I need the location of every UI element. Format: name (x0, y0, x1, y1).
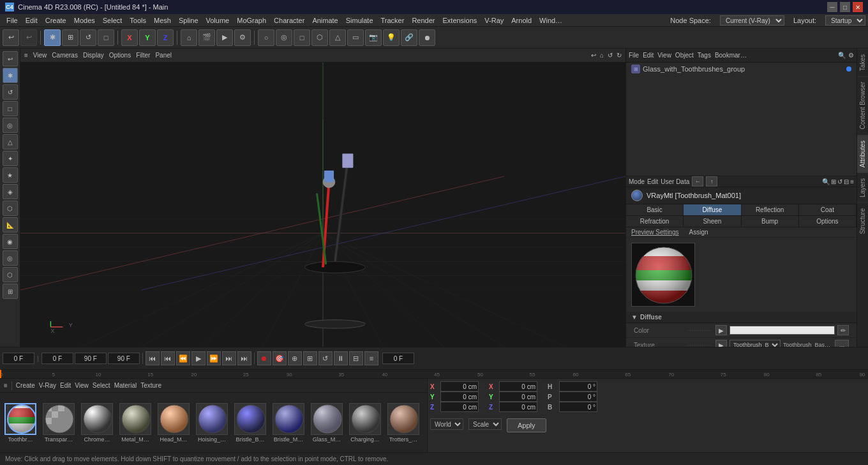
key-pause-button[interactable]: ⏸ (334, 351, 348, 365)
obj-light[interactable]: 💡 (383, 29, 400, 46)
attr-icon-5[interactable]: ≡ (850, 178, 854, 185)
vp-menu-options[interactable]: Options (109, 52, 131, 59)
obj-cube[interactable]: □ (294, 29, 310, 46)
mat-thumb-bristle-m[interactable]: Bristle_M… (271, 403, 306, 443)
obj-camera[interactable]: 📷 (365, 29, 382, 46)
obj-cone[interactable]: △ (329, 29, 346, 46)
x-axis-button[interactable]: X (121, 29, 138, 46)
sidebar-icon-12[interactable]: ◉ (3, 234, 18, 249)
mat-toggle-icon[interactable]: ≡ (4, 382, 8, 389)
window-controls[interactable]: ─ □ ✕ (827, 2, 863, 12)
pos-x-field[interactable] (440, 381, 479, 392)
keyframe-button[interactable]: ⌂ (181, 29, 197, 46)
go-to-start-button[interactable]: ⏮ (146, 351, 160, 365)
color-swatch[interactable] (730, 326, 835, 335)
mat-thumb-hoising[interactable]: Hoising_… (194, 403, 230, 443)
close-button[interactable]: ✕ (853, 2, 863, 12)
pos-y-field[interactable] (440, 392, 479, 402)
attr-menu-edit[interactable]: Edit (647, 178, 658, 185)
menu-modes[interactable]: Modes (70, 14, 99, 26)
attr-up-button[interactable]: ↑ (706, 176, 717, 187)
sidebar-icon-7[interactable]: ✦ (3, 151, 18, 166)
tab-bump[interactable]: Bump (742, 216, 799, 227)
end-frame-field[interactable] (75, 353, 107, 364)
mat-thumb-charging[interactable]: Charging… (347, 403, 383, 443)
sidebar-icon-4[interactable]: □ (3, 101, 18, 116)
diffuse-section-header[interactable]: ▼ Diffuse (626, 312, 857, 323)
render-region-button[interactable]: 🎬 (198, 29, 215, 46)
tab-options[interactable]: Options (799, 216, 857, 227)
menu-mograph[interactable]: MoGraph (233, 14, 270, 26)
node-space-select[interactable]: Current (V-Ray) (720, 15, 784, 26)
vp-menu-toggle[interactable]: ≡ (24, 52, 28, 59)
go-to-end-button[interactable]: ⏭ (237, 351, 251, 365)
obj-menu-bookmarks[interactable]: Bookmar… (715, 52, 747, 59)
z-axis-button[interactable]: Z (157, 29, 174, 46)
mat-thumb-bristle-b[interactable]: Bristle_B… (232, 403, 268, 443)
attr-icon-3[interactable]: ↺ (837, 178, 842, 185)
viewport-canvas[interactable]: Perspective Default Camera ⦿ Grid Spacin… (20, 63, 625, 347)
mat-thumb-chrome[interactable]: Chrome… (79, 403, 115, 443)
vp-menu-view[interactable]: View (33, 52, 47, 59)
menu-extensions[interactable]: Extensions (438, 14, 481, 26)
key-menu-button[interactable]: ≡ (364, 351, 378, 365)
mat-thumb-trotters[interactable]: Trotters_… (385, 403, 421, 443)
obj-plane[interactable]: ▭ (347, 29, 364, 46)
redo-button[interactable]: ↩ (20, 29, 37, 46)
obj-item-glass[interactable]: ⊞ Glass_with_Toothbrushes_group (626, 63, 857, 75)
key-rot-button[interactable]: ↺ (318, 351, 333, 365)
obj-null[interactable]: ○ (258, 29, 274, 46)
move-tool[interactable]: ✱ (44, 29, 61, 46)
menu-spline[interactable]: Spline (175, 14, 202, 26)
vp-menu-filter[interactable]: Filter (136, 52, 150, 59)
mat-menu-view[interactable]: View (75, 382, 89, 389)
menu-tracker[interactable]: Tracker (377, 14, 408, 26)
menu-wind[interactable]: Wind… (535, 14, 566, 26)
menu-arnold[interactable]: Arnold (507, 14, 535, 26)
sidebar-icon-14[interactable]: ⬡ (3, 267, 18, 282)
sidebar-icon-2[interactable]: ✱ (3, 68, 18, 83)
vp-icon-1[interactable]: ↩ (591, 52, 596, 59)
go-to-prev-key-button[interactable]: ⏮ (161, 351, 175, 365)
scale-x-field[interactable] (499, 381, 537, 392)
key-all-button[interactable]: ⊕ (288, 351, 302, 365)
tab-takes[interactable]: Takes (857, 49, 868, 76)
obj-menu-edit[interactable]: Edit (643, 52, 654, 59)
minimize-button[interactable]: ─ (827, 2, 837, 12)
attr-icon-2[interactable]: ⊞ (831, 178, 836, 185)
menu-vray[interactable]: V-Ray (481, 14, 507, 26)
tab-structure[interactable]: Structure (857, 202, 868, 240)
auto-key-button[interactable]: 🎯 (273, 351, 287, 365)
tab-reflection[interactable]: Reflection (742, 204, 799, 215)
sidebar-icon-10[interactable]: ⬡ (3, 201, 18, 216)
menu-character[interactable]: Character (270, 14, 308, 26)
tab-coat[interactable]: Coat (799, 204, 857, 215)
play-forward-button[interactable]: ⏩ (207, 351, 221, 365)
attr-menu-userdata[interactable]: User Data (661, 178, 689, 185)
record-active-button[interactable]: ⏺ (257, 351, 271, 365)
pos-z-field[interactable] (440, 402, 479, 412)
current-frame-field[interactable] (3, 353, 34, 364)
sidebar-icon-9[interactable]: ◈ (3, 184, 18, 199)
color-mode-button[interactable]: ▶ (715, 325, 727, 335)
rot-b-field[interactable] (559, 402, 597, 412)
assign-label[interactable]: Assign (689, 229, 708, 236)
play-reverse-button[interactable]: ⏪ (176, 351, 190, 365)
menu-render[interactable]: Render (408, 14, 438, 26)
scale-z-field[interactable] (499, 402, 537, 412)
sidebar-icon-11[interactable]: 📐 (3, 217, 18, 232)
mat-menu-edit[interactable]: Edit (60, 382, 71, 389)
obj-menu-view[interactable]: View (657, 52, 671, 59)
transform-tool[interactable]: □ (98, 29, 114, 46)
scale-mode-select[interactable]: Scale (468, 418, 502, 430)
tab-attributes[interactable]: Attributes (857, 135, 868, 172)
preview-settings-label[interactable]: Preview Settings (631, 229, 678, 236)
viewport[interactable]: ≡ View Cameras Display Options Filter Pa… (20, 49, 625, 347)
obj-search-icon[interactable]: 🔍 (838, 52, 846, 59)
attr-menu-mode[interactable]: Mode (629, 178, 645, 185)
menu-edit[interactable]: Edit (22, 14, 41, 26)
layout-select[interactable]: Startup (825, 15, 865, 26)
frame-display-field[interactable] (382, 353, 414, 364)
tab-layers[interactable]: Layers (857, 172, 868, 202)
apply-button[interactable]: Apply (507, 418, 546, 432)
